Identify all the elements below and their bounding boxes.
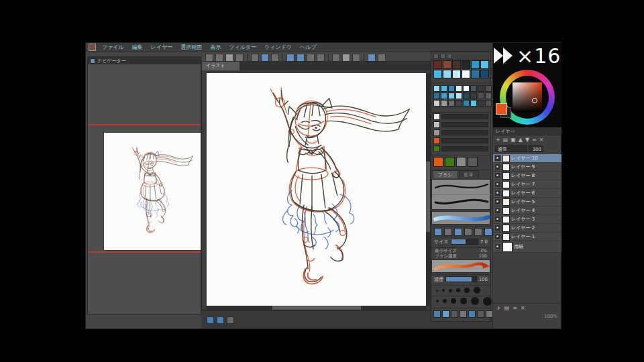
visibility-eye-icon[interactable] [494,216,501,223]
menu-item-window[interactable]: ウィンドウ [260,43,296,52]
color-set-swatch[interactable] [463,85,470,92]
mixer-chip[interactable] [433,137,440,144]
footer-icon[interactable] [460,310,467,318]
palette-swatch[interactable] [471,60,480,69]
color-set-swatch[interactable] [433,93,440,99]
menu-item-layer[interactable]: レイヤー [147,43,177,52]
menu-item-help[interactable]: ヘルプ [296,43,321,52]
brush-option-icon[interactable] [474,228,482,236]
toolbar-icon[interactable] [225,54,233,62]
mixer-row[interactable] [431,121,490,129]
color-set-swatch[interactable] [478,100,484,107]
color-set-swatch[interactable] [455,100,462,107]
menu-item-filter[interactable]: フィルター [225,43,260,52]
toolbar-icon[interactable] [215,54,223,62]
brush-size-dot[interactable] [471,297,479,305]
layer-row[interactable]: レイヤー 4 [493,206,561,215]
color-set-swatch[interactable] [441,85,447,92]
palette-swatch[interactable] [480,70,489,78]
vertical-scrollbar[interactable] [426,73,430,306]
color-set-swatch[interactable] [470,100,477,107]
toolbar-icon[interactable] [271,54,279,62]
tool-tab-pencil[interactable]: 鉛筆 [459,170,479,178]
mixer-bar[interactable] [441,114,488,119]
quick-swatch[interactable] [445,157,455,167]
navigator-canvas-preview[interactable] [104,133,201,250]
visibility-eye-icon[interactable] [494,207,501,214]
visibility-eye-icon[interactable] [494,198,501,205]
menu-item-file[interactable]: ファイル [98,43,128,52]
visibility-eye-icon[interactable] [494,243,501,250]
mixer-row[interactable] [431,129,490,137]
color-set-swatch[interactable] [448,100,455,107]
delete-layer-icon[interactable]: × [521,304,525,312]
layer-row[interactable]: レイヤー 8 [493,172,561,180]
vertical-scrollbar-thumb[interactable] [426,162,430,231]
color-set-swatch[interactable] [478,93,484,99]
horizontal-scrollbar-thumb[interactable] [272,306,360,310]
footer-icon[interactable] [442,310,449,318]
palette-swatch[interactable] [433,70,442,78]
brush-size-dot[interactable] [464,288,470,293]
brush-size-dot[interactable] [449,289,452,292]
mixer-bar[interactable] [441,146,488,152]
tool-tab-brush[interactable]: ブラシ [433,170,458,178]
brush-option-icon[interactable] [434,228,442,236]
footer-icon[interactable] [477,310,484,318]
palette-swatch[interactable] [471,70,480,78]
visibility-eye-icon[interactable] [494,155,501,162]
mixer-chip[interactable] [433,145,440,152]
visibility-eye-icon[interactable] [494,181,501,188]
panel-menu-icon[interactable] [447,54,452,59]
mixer-chip[interactable] [433,121,440,128]
brush-option-icon[interactable] [484,228,492,236]
toolbar-icon[interactable] [297,54,305,62]
menu-item-edit[interactable]: 編集 [128,43,147,52]
mixer-chip[interactable] [433,113,440,120]
color-set-swatch[interactable] [485,100,492,107]
layer-row[interactable]: レイヤー 10 [493,154,561,163]
status-icon[interactable] [207,316,214,324]
brush-size-dot[interactable] [483,297,492,306]
mixer-chip[interactable] [433,129,440,136]
quick-swatch[interactable] [468,157,478,167]
brush-option-icon[interactable] [464,228,472,236]
layer-row[interactable]: レイヤー 2 [493,224,561,233]
layer-row[interactable]: レイヤー 7 [493,180,561,189]
status-icon[interactable] [227,316,234,324]
brush-size-dot[interactable] [451,298,456,304]
mixer-bar[interactable] [441,138,488,143]
palette-swatch[interactable] [452,60,461,69]
quick-swatch[interactable] [433,157,443,167]
mixer-bar[interactable] [441,122,488,127]
mixer-bar[interactable] [441,130,488,135]
visibility-eye-icon[interactable] [494,190,501,196]
brush-size-dot[interactable] [436,300,439,302]
color-set-swatch[interactable] [463,100,470,107]
drawing-canvas[interactable] [207,73,427,306]
toolbar-icon[interactable] [286,54,294,62]
footer-icon[interactable] [433,310,441,318]
brush-size-dot[interactable] [442,289,445,292]
mixer-row[interactable] [431,137,490,145]
navigator-titlebar[interactable]: ナビゲーター [88,57,201,64]
mixer-row[interactable] [431,113,490,121]
toolbar-icon[interactable] [205,54,213,62]
brush-preview-list[interactable] [431,179,490,210]
blend-mode-select[interactable]: 通常 [495,145,527,152]
color-set-swatch[interactable] [455,93,462,99]
layer-row[interactable]: レイヤー 6 [493,189,561,198]
color-set-swatch[interactable] [441,93,447,99]
toolbar-icon[interactable] [261,54,269,62]
color-set-swatch[interactable] [463,93,470,99]
palette-swatch[interactable] [462,70,470,78]
toolbar-icon[interactable] [378,54,386,62]
visibility-eye-icon[interactable] [494,233,501,240]
paper-layer-row[interactable]: 用紙 [493,241,561,253]
brush-option-icon[interactable] [444,228,452,236]
move-down-icon[interactable]: ▼ [525,135,529,144]
new-folder-icon[interactable]: ▤ [503,135,508,144]
custom-brush-preview[interactable] [431,259,490,273]
palette-swatch[interactable] [443,60,451,69]
new-layer-icon[interactable]: + [496,304,501,312]
